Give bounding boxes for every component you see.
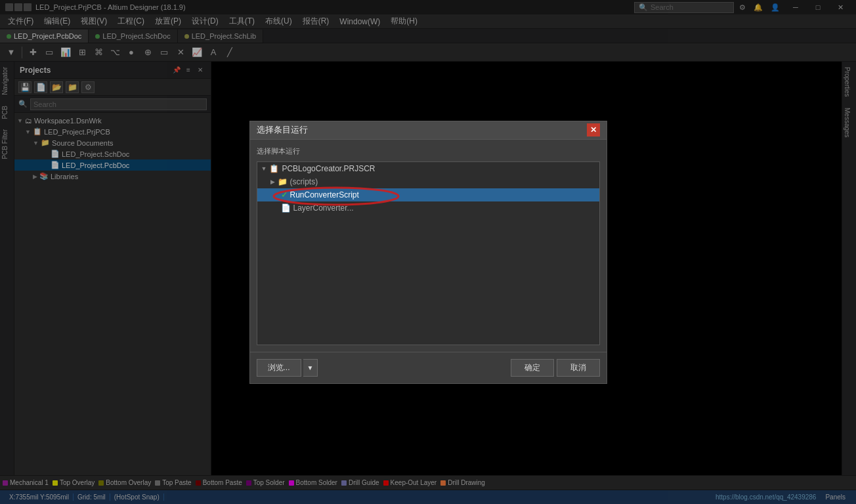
dialog-subtitle: 选择脚本运行	[257, 146, 600, 156]
script-item-prjscr[interactable]: ▼ 📋 PCBLogoCreator.PRJSCR	[257, 162, 599, 175]
browse-dropdown-button[interactable]: ▼	[303, 359, 318, 377]
dialog-footer: 浏览... ▼ 确定 取消	[250, 352, 607, 383]
dialog-titlebar: 选择条目运行 ✕	[250, 121, 607, 140]
dialog-title: 选择条目运行	[257, 124, 308, 136]
cancel-button[interactable]: 取消	[557, 359, 600, 377]
browse-button[interactable]: 浏览...	[257, 359, 301, 377]
script-item-runconverter[interactable]: ✓ RunConverterScript	[257, 188, 599, 201]
ok-button[interactable]: 确定	[511, 359, 554, 377]
dialog-content: 选择脚本运行 ▼ 📋 PCBLogoCreator.PRJSCR ▶ 📁 (sc…	[250, 140, 607, 352]
dialog: 选择条目运行 ✕ 选择脚本运行 ▼ 📋 PCBLogoCreator.PRJSC…	[249, 121, 607, 384]
script-item-group[interactable]: ▶ 📁 (scripts)	[257, 175, 599, 188]
script-tree: ▼ 📋 PCBLogoCreator.PRJSCR ▶ 📁 (scripts) …	[257, 161, 600, 345]
dialog-close-button[interactable]: ✕	[587, 123, 600, 136]
dialog-action-buttons: 确定 取消	[511, 359, 600, 377]
script-item-layerconverter[interactable]: 📄 LayerConverter...	[257, 201, 599, 215]
browse-button-group: 浏览... ▼	[257, 359, 318, 377]
dialog-overlay: 选择条目运行 ✕ 选择脚本运行 ▼ 📋 PCBLogoCreator.PRJSC…	[0, 0, 856, 504]
